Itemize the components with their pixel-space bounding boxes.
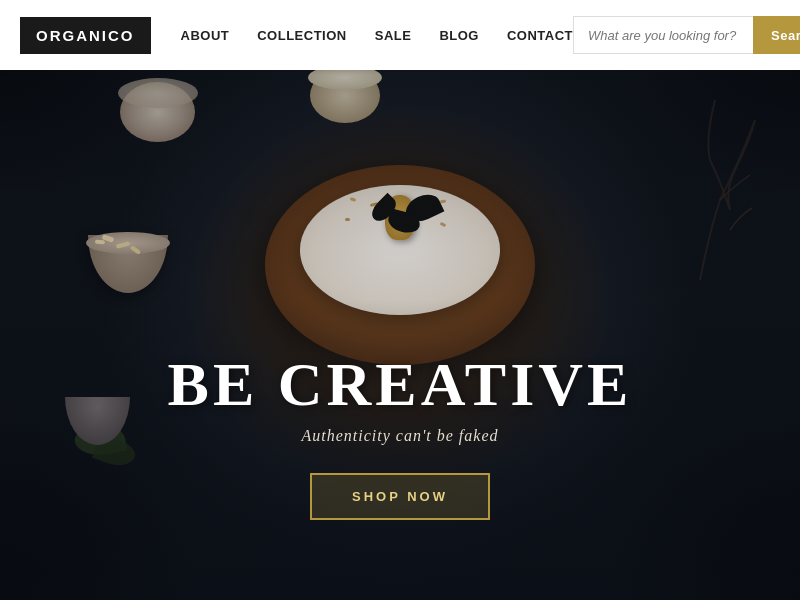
nav-item-about[interactable]: ABOUT: [181, 28, 230, 43]
search-input[interactable]: [573, 16, 753, 54]
main-nav: ABOUT COLLECTION SALE BLOG CONTACT: [181, 28, 574, 43]
site-header: ORGANICO ABOUT COLLECTION SALE BLOG CONT…: [0, 0, 800, 70]
hero-subtitle: Authenticity can't be faked: [100, 427, 700, 445]
hero-title: BE CREATIVE: [100, 353, 700, 415]
site-logo[interactable]: ORGANICO: [20, 17, 151, 54]
nav-item-collection[interactable]: COLLECTION: [257, 28, 347, 43]
search-area: Search: [573, 16, 800, 54]
hero-section: BE CREATIVE Authenticity can't be faked …: [0, 0, 800, 600]
nav-item-contact[interactable]: CONTACT: [507, 28, 573, 43]
nav-item-blog[interactable]: BLOG: [439, 28, 479, 43]
search-button[interactable]: Search: [753, 16, 800, 54]
nav-item-sale[interactable]: SALE: [375, 28, 412, 43]
shop-now-button[interactable]: SHOP NOW: [310, 473, 490, 520]
hero-content: BE CREATIVE Authenticity can't be faked …: [100, 353, 700, 520]
